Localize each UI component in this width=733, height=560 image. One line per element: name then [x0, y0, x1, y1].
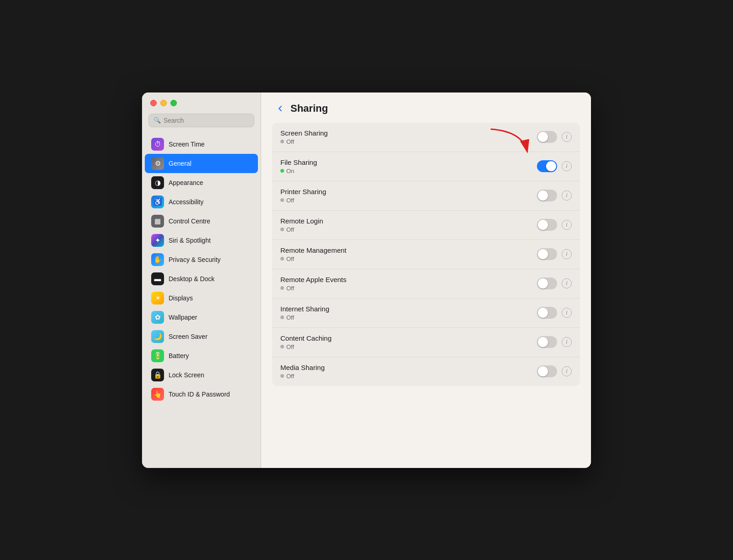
search-bar[interactable]: 🔍 — [148, 114, 254, 127]
printer-sharing-status-text: Off — [286, 197, 294, 204]
back-button[interactable] — [275, 103, 286, 114]
sidebar-item-screensaver[interactable]: 🌙Screen Saver — [145, 327, 258, 346]
sidebar-item-appearance[interactable]: ◑Appearance — [145, 173, 258, 192]
remote-management-status: Off — [280, 256, 537, 262]
remote-apple-events-info: Remote Apple EventsOff — [280, 276, 537, 292]
internet-sharing-info-button[interactable]: i — [562, 308, 572, 318]
remote-management-info-button[interactable]: i — [562, 249, 572, 259]
sidebar-item-lockscreen[interactable]: 🔒Lock Screen — [145, 365, 258, 385]
screensaver-icon: 🌙 — [151, 330, 164, 343]
remote-apple-events-toggle[interactable] — [537, 277, 557, 289]
printer-sharing-info-button[interactable]: i — [562, 190, 572, 201]
internet-sharing-toggle[interactable] — [537, 307, 557, 319]
internet-sharing-status-text: Off — [286, 314, 294, 321]
screen-sharing-name: Screen Sharing — [280, 129, 537, 137]
sidebar-item-desktop[interactable]: ▬Desktop & Dock — [145, 269, 258, 288]
remote-login-status: Off — [280, 226, 537, 233]
screen-sharing-info-button[interactable]: i — [562, 132, 572, 142]
remote-login-controls: i — [537, 219, 572, 231]
internet-sharing-controls: i — [537, 307, 572, 319]
siri-icon: ✦ — [151, 234, 164, 247]
media-sharing-info: Media SharingOff — [280, 364, 537, 380]
traffic-lights — [142, 100, 261, 114]
screen-sharing-toggle[interactable] — [537, 131, 557, 143]
sidebar-item-displays[interactable]: ☀Displays — [145, 288, 258, 308]
content-caching-toggle[interactable] — [537, 336, 557, 348]
content-caching-status-text: Off — [286, 343, 294, 350]
screen-sharing-status-text: Off — [286, 138, 294, 145]
main-header: Sharing — [261, 92, 591, 123]
printer-sharing-status-dot — [280, 198, 284, 202]
screen-sharing-controls: i — [537, 131, 572, 143]
minimize-button[interactable] — [160, 100, 167, 106]
media-sharing-toggle[interactable] — [537, 365, 557, 377]
printer-sharing-info: Printer SharingOff — [280, 188, 537, 204]
main-content: Sharing Screen SharingOffi File SharingO… — [261, 92, 591, 468]
file-sharing-status-dot — [280, 169, 284, 173]
sidebar-item-touchid[interactable]: 👆Touch ID & Password — [145, 385, 258, 404]
sharing-row-remote-login: Remote LoginOffi — [272, 211, 580, 240]
sharing-row-media-sharing: Media SharingOffi — [272, 357, 580, 386]
printer-sharing-name: Printer Sharing — [280, 188, 537, 196]
content-caching-info-button[interactable]: i — [562, 337, 572, 347]
file-sharing-info-button[interactable]: i — [562, 161, 572, 171]
sharing-row-internet-sharing: Internet SharingOffi — [272, 299, 580, 328]
media-sharing-info-button[interactable]: i — [562, 366, 572, 376]
remote-login-status-text: Off — [286, 226, 294, 233]
sidebar-item-label-displays: Displays — [169, 294, 193, 302]
privacy-icon: ✋ — [151, 253, 164, 266]
sidebar-item-label-screensaver: Screen Saver — [169, 333, 208, 340]
maximize-button[interactable] — [170, 100, 177, 106]
remote-login-toggle[interactable] — [537, 219, 557, 231]
file-sharing-toggle-knob — [546, 161, 556, 171]
accessibility-icon: ♿ — [151, 196, 164, 208]
sidebar-item-label-general: General — [169, 160, 191, 167]
remote-login-name: Remote Login — [280, 217, 537, 225]
printer-sharing-toggle[interactable] — [537, 190, 557, 201]
wallpaper-icon: ✿ — [151, 311, 164, 324]
remote-management-info: Remote ManagementOff — [280, 246, 537, 262]
sidebar-item-battery[interactable]: 🔋Battery — [145, 346, 258, 365]
sidebar-item-label-accessibility: Accessibility — [169, 198, 203, 206]
search-input[interactable] — [164, 117, 249, 124]
remote-management-status-dot — [280, 257, 284, 261]
sidebar-item-wallpaper[interactable]: ✿Wallpaper — [145, 308, 258, 327]
file-sharing-status-text: On — [286, 168, 294, 174]
sidebar-item-siri[interactable]: ✦Siri & Spotlight — [145, 231, 258, 250]
close-button[interactable] — [150, 100, 157, 106]
sidebar-item-general[interactable]: ⚙General — [145, 154, 258, 173]
sidebar-item-screen-time[interactable]: ⏱Screen Time — [145, 135, 258, 154]
file-sharing-toggle[interactable] — [537, 160, 557, 172]
sidebar-item-label-touchid: Touch ID & Password — [169, 391, 230, 398]
remote-management-toggle[interactable] — [537, 248, 557, 260]
remote-apple-events-status-dot — [280, 286, 284, 290]
sharing-row-file-sharing: File SharingOni — [272, 152, 580, 181]
remote-apple-events-name: Remote Apple Events — [280, 276, 537, 283]
remote-apple-events-controls: i — [537, 277, 572, 289]
remote-apple-events-status-text: Off — [286, 285, 294, 292]
battery-icon: 🔋 — [151, 349, 164, 362]
sidebar-item-label-control-centre: Control Centre — [169, 217, 210, 225]
file-sharing-info: File SharingOn — [280, 158, 537, 174]
screen-sharing-status: Off — [280, 138, 537, 145]
sidebar-item-privacy[interactable]: ✋Privacy & Security — [145, 250, 258, 269]
screen-sharing-info: Screen SharingOff — [280, 129, 537, 145]
sidebar-item-accessibility[interactable]: ♿Accessibility — [145, 192, 258, 212]
sidebar-item-control-centre[interactable]: ▦Control Centre — [145, 212, 258, 231]
printer-sharing-controls: i — [537, 190, 572, 201]
content-area: Screen SharingOffi File SharingOniPrinte… — [261, 123, 591, 468]
remote-management-name: Remote Management — [280, 246, 537, 254]
sharing-row-remote-management: Remote ManagementOffi — [272, 240, 580, 269]
screen-time-icon: ⏱ — [151, 138, 164, 151]
touchid-icon: 👆 — [151, 388, 164, 401]
sharing-row-screen-sharing: Screen SharingOffi — [272, 123, 580, 152]
screen-sharing-status-dot — [280, 140, 284, 143]
sharing-row-printer-sharing: Printer SharingOffi — [272, 181, 580, 211]
printer-sharing-toggle-knob — [538, 190, 548, 201]
remote-login-info-button[interactable]: i — [562, 220, 572, 230]
sidebar-items-list: ⏱Screen Time⚙General◑Appearance♿Accessib… — [142, 135, 261, 404]
settings-window: 🔍 ⏱Screen Time⚙General◑Appearance♿Access… — [142, 92, 591, 468]
remote-apple-events-info-button[interactable]: i — [562, 278, 572, 288]
printer-sharing-status: Off — [280, 197, 537, 204]
media-sharing-status-text: Off — [286, 373, 294, 380]
